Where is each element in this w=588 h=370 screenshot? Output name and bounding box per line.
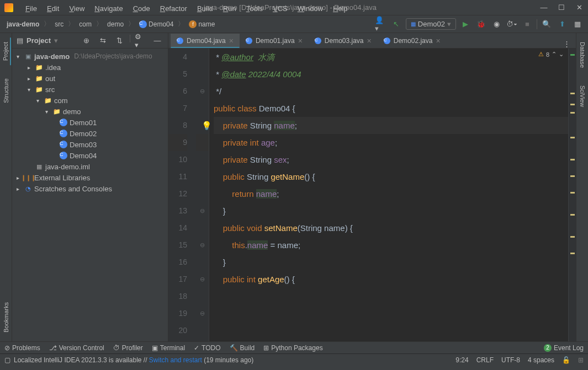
tree-com[interactable]: ▾📁com — [12, 95, 168, 106]
breadcrumb-src[interactable]: src — [52, 19, 66, 29]
expand-all-icon[interactable]: ⇆ — [97, 35, 109, 47]
ide-actions-button[interactable]: ▦ — [571, 18, 584, 30]
tree-idea[interactable]: ▸📁.idea — [12, 62, 168, 73]
menu-file[interactable]: File — [21, 3, 41, 14]
breadcrumb-member[interactable]: fname — [187, 19, 217, 29]
menu-view[interactable]: View — [65, 3, 89, 14]
debug-button[interactable]: 🐞 — [475, 18, 487, 30]
readonly-icon[interactable]: 🔓 — [562, 356, 570, 364]
right-tool-stripe: Database SciView — [576, 33, 588, 341]
breadcrumb-class[interactable]: CDemo04 — [137, 19, 176, 29]
run-config-selector[interactable]: ▦ Demo02 ▾ — [406, 18, 456, 30]
project-view-icon: ▤ — [17, 36, 23, 45]
coverage-button[interactable]: ◉ — [490, 18, 502, 30]
chevron-down-icon[interactable]: ⌄ — [559, 51, 564, 58]
run-button[interactable]: ▶ — [459, 18, 472, 30]
tree-src[interactable]: ▾📁src — [12, 84, 168, 95]
editor-tabs: CDemo04.java×CDemo01.java×CDemo03.java×C… — [168, 33, 576, 49]
close-icon[interactable]: × — [298, 36, 303, 45]
tabs-menu-icon[interactable]: ⋮ — [558, 40, 576, 48]
profiler-tool-button[interactable]: ⏱Profiler — [113, 344, 143, 352]
python-packages-button[interactable]: ⊞Python Packages — [263, 344, 322, 352]
maximize-button[interactable]: ☐ — [557, 3, 566, 12]
memory-icon[interactable]: ⊞ — [578, 356, 584, 364]
file-encoding[interactable]: UTF-8 — [501, 356, 520, 364]
close-icon[interactable]: × — [436, 36, 440, 45]
add-user-icon[interactable]: 👤▾ — [375, 18, 387, 30]
tab-demo03-java[interactable]: CDemo03.java× — [309, 34, 378, 48]
tree-class-demo02[interactable]: CDemo02 — [12, 128, 168, 139]
tab-demo01-java[interactable]: CDemo01.java× — [240, 34, 309, 48]
problems-icon: ⊘ — [4, 344, 10, 352]
tree-out[interactable]: ▸📁out — [12, 73, 168, 84]
close-button[interactable]: ✕ — [575, 3, 584, 12]
branch-icon: ⎇ — [49, 344, 57, 352]
inspection-widget[interactable]: ⚠ 8 ⌃ ⌄ — [538, 51, 564, 58]
code-text[interactable]: * @author 水滴 * @date 2022/4/4 0004 */pub… — [209, 49, 568, 341]
problems-tool-button[interactable]: ⊘Problems — [4, 344, 40, 352]
menu-edit[interactable]: Edit — [43, 3, 63, 14]
line-separator[interactable]: CRLF — [476, 356, 494, 364]
database-tool-button[interactable]: Database — [578, 37, 587, 72]
gutter-line-numbers[interactable]: 456789101112131415161718192021 — [168, 49, 196, 341]
tree-class-demo04[interactable]: CDemo04 — [12, 150, 168, 161]
titlebar: FileEditViewNavigateCodeRefactorBuildRun… — [0, 0, 588, 15]
tree-class-demo03[interactable]: CDemo03 — [12, 139, 168, 150]
breadcrumb-com[interactable]: com — [77, 19, 94, 29]
chevron-up-icon[interactable]: ⌃ — [552, 51, 557, 58]
project-panel-title[interactable]: Project — [27, 36, 51, 45]
tab-demo02-java[interactable]: CDemo02.java× — [378, 34, 447, 48]
switch-restart-link[interactable]: Switch and restart — [149, 356, 202, 364]
collapse-all-icon[interactable]: ⇅ — [113, 35, 125, 47]
tree-root[interactable]: ▾▣java-demoD:\IdeaProjects\java-demo — [12, 51, 168, 62]
todo-tool-button[interactable]: ✓TODO — [194, 344, 220, 352]
ide-logo-icon — [4, 3, 13, 12]
event-log-button[interactable]: 2Event Log — [544, 344, 584, 352]
status-tool-icon[interactable]: ▢ — [4, 356, 10, 364]
vcs-tool-button[interactable]: ⎇Version Control — [49, 344, 104, 352]
error-stripe[interactable] — [568, 49, 576, 341]
gutter-fold-icons[interactable]: ⊖ ⊖ ⊖ ⊖ ⊖ — [196, 49, 209, 341]
structure-tool-button[interactable]: Structure — [2, 74, 10, 108]
search-button[interactable]: 🔍 — [541, 18, 553, 30]
select-opened-file-icon[interactable]: ⊕ — [80, 35, 92, 47]
settings-icon[interactable]: ⚙ ▾ — [135, 35, 147, 47]
menu-window[interactable]: Window — [293, 3, 327, 14]
build-tool-button[interactable]: 🔨Build — [230, 344, 255, 352]
project-tool-button[interactable]: Project — [1, 37, 11, 65]
close-icon[interactable]: × — [367, 36, 372, 45]
breadcrumb: java-demo 〉 src 〉 com 〉 demo 〉 CDemo04 〉… — [4, 19, 217, 29]
breadcrumb-project[interactable]: java-demo — [4, 19, 41, 29]
menu-tools[interactable]: Tools — [242, 3, 267, 14]
terminal-tool-button[interactable]: ▣Terminal — [152, 344, 185, 352]
menu-build[interactable]: Build — [193, 3, 218, 14]
profile-button[interactable]: ⏱▾ — [506, 18, 518, 30]
minimize-button[interactable]: ― — [539, 3, 548, 12]
project-tree[interactable]: ▾▣java-demoD:\IdeaProjects\java-demo ▸📁.… — [12, 49, 168, 341]
todo-icon: ✓ — [194, 344, 199, 352]
menu-vcs[interactable]: VCS — [268, 3, 292, 14]
update-button[interactable]: ⬆ — [556, 18, 568, 30]
menu-run[interactable]: Run — [219, 3, 241, 14]
cursor-position[interactable]: 9:24 — [455, 356, 468, 364]
tree-scratches[interactable]: ▸◔Scratches and Consoles — [12, 183, 168, 194]
close-icon[interactable]: × — [229, 36, 234, 45]
sciview-tool-button[interactable]: SciView — [578, 81, 587, 111]
hide-panel-icon[interactable]: ― — [151, 35, 163, 47]
tree-demo[interactable]: ▾📁demo — [12, 106, 168, 117]
tree-class-demo01[interactable]: CDemo01 — [12, 117, 168, 128]
indent-info[interactable]: 4 spaces — [528, 356, 554, 364]
menu-refactor[interactable]: Refactor — [156, 3, 192, 14]
back-icon[interactable]: ↖ — [390, 18, 402, 30]
menu-navigate[interactable]: Navigate — [90, 3, 127, 14]
editor-content[interactable]: 456789101112131415161718192021 ⊖ ⊖ ⊖ ⊖ ⊖… — [168, 49, 576, 341]
tab-demo04-java[interactable]: CDemo04.java× — [171, 34, 240, 48]
menu-help[interactable]: Help — [329, 3, 352, 14]
bookmarks-tool-button[interactable]: Bookmarks — [2, 298, 10, 337]
tree-iml[interactable]: ▦java-demo.iml — [12, 161, 168, 172]
menu-code[interactable]: Code — [129, 3, 155, 14]
tree-external-libs[interactable]: ▸❙❙❙External Libraries — [12, 172, 168, 183]
navbar: java-demo 〉 src 〉 com 〉 demo 〉 CDemo04 〉… — [0, 15, 588, 33]
stop-button[interactable]: ■ — [521, 18, 533, 30]
breadcrumb-demo[interactable]: demo — [105, 19, 126, 29]
